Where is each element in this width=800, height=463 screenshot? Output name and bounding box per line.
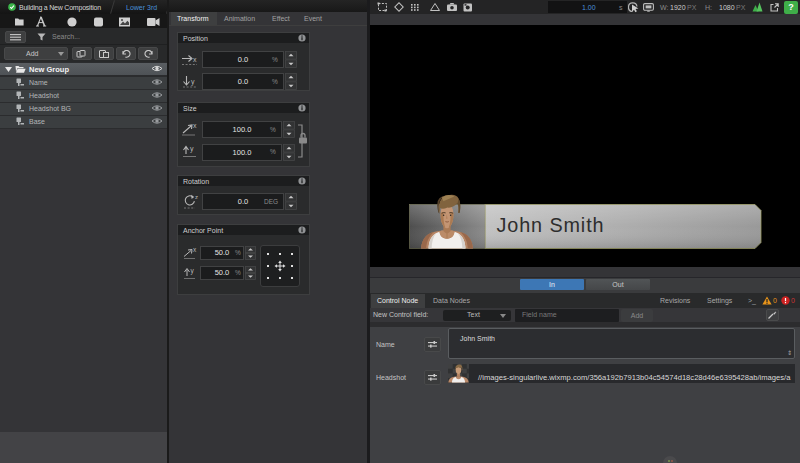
svg-text:y: y bbox=[190, 145, 194, 153]
svg-text:x: x bbox=[193, 56, 197, 63]
svg-text:John Smith: John Smith bbox=[497, 214, 605, 236]
svg-text:y: y bbox=[191, 78, 195, 86]
svg-text:y: y bbox=[191, 267, 195, 275]
svg-text:x: x bbox=[193, 122, 197, 129]
svg-text:z: z bbox=[195, 194, 198, 200]
svg-text:x: x bbox=[193, 247, 197, 253]
